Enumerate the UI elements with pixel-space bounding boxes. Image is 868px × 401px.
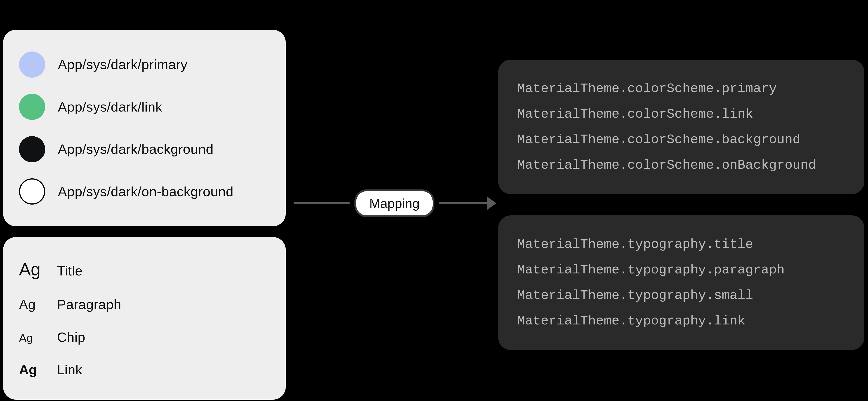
- color-token-label: App/sys/dark/primary: [58, 57, 188, 72]
- code-line: MaterialTheme.colorScheme.onBackground: [517, 153, 845, 178]
- arrow-head-icon: [487, 196, 496, 210]
- typography-row: Ag Chip: [19, 329, 270, 345]
- color-swatch-background: [19, 136, 45, 162]
- typography-row: Ag Paragraph: [19, 297, 270, 312]
- color-token-label: App/sys/dark/link: [58, 99, 162, 115]
- typography-row: Ag Link: [19, 362, 270, 377]
- code-line: MaterialTheme.typography.paragraph: [517, 257, 845, 283]
- color-token-row: App/sys/dark/primary: [19, 52, 270, 78]
- color-token-row: App/sys/dark/on-background: [19, 178, 270, 205]
- arrow-line-left: [294, 202, 350, 204]
- design-tokens-color-panel: App/sys/dark/primary App/sys/dark/link A…: [3, 30, 286, 226]
- color-token-label: App/sys/dark/on-background: [58, 184, 234, 199]
- code-line: MaterialTheme.colorScheme.link: [517, 101, 845, 127]
- color-swatch-primary: [19, 52, 45, 78]
- code-line: MaterialTheme.typography.link: [517, 308, 845, 334]
- color-token-row: App/sys/dark/link: [19, 94, 270, 120]
- type-specimen-paragraph: Ag: [19, 297, 46, 312]
- type-specimen-link: Ag: [19, 362, 46, 377]
- code-line: MaterialTheme.colorScheme.background: [517, 127, 845, 153]
- typography-row: Ag Title: [19, 259, 270, 280]
- code-panel-typography: MaterialTheme.typography.title MaterialT…: [498, 215, 864, 350]
- type-specimen-title: Ag: [19, 259, 46, 280]
- color-swatch-link: [19, 94, 45, 120]
- code-line: MaterialTheme.typography.small: [517, 283, 845, 308]
- code-panel-color-scheme: MaterialTheme.colorScheme.primary Materi…: [498, 60, 864, 194]
- code-line: MaterialTheme.typography.title: [517, 232, 845, 257]
- type-specimen-chip: Ag: [19, 331, 46, 344]
- typography-label: Title: [57, 263, 83, 279]
- arrow-line-right: [439, 202, 495, 204]
- design-tokens-typography-panel: Ag Title Ag Paragraph Ag Chip Ag Link: [3, 237, 286, 400]
- code-line: MaterialTheme.colorScheme.primary: [517, 76, 845, 101]
- typography-label: Paragraph: [57, 297, 121, 312]
- mapping-pill: Mapping: [354, 190, 434, 217]
- diagram-stage: App/sys/dark/primary App/sys/dark/link A…: [0, 0, 868, 401]
- color-token-row: App/sys/dark/background: [19, 136, 270, 162]
- typography-label: Chip: [57, 329, 85, 345]
- mapping-arrow: Mapping: [294, 185, 495, 221]
- mapping-label: Mapping: [369, 196, 420, 211]
- color-token-label: App/sys/dark/background: [58, 141, 214, 157]
- color-swatch-on-background: [19, 178, 45, 205]
- typography-label: Link: [57, 362, 82, 377]
